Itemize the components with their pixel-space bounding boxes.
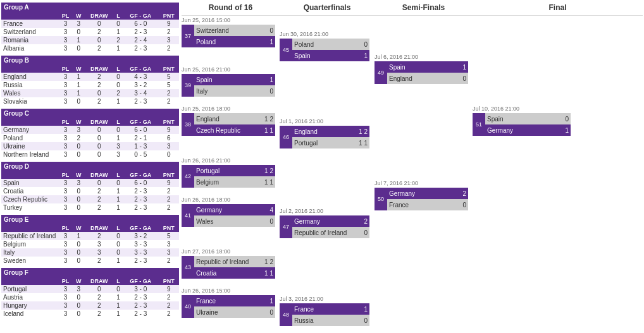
table-row: Slovakia30212 - 32 — [1, 97, 179, 106]
team-score: 2 — [455, 190, 468, 197]
team-name: Germany — [194, 207, 263, 214]
team-name: Italy — [194, 88, 263, 95]
match-42: Jun 26, 2016 21:00 42 Portugal 1 2 Belgi… — [182, 157, 275, 188]
team-score: 0 — [357, 229, 369, 236]
match-date: Jun 25, 2016 21:00 — [182, 66, 275, 73]
team-score: 0 — [263, 27, 275, 34]
match-46: Jul 1, 2016 21:00 46 England 1 2 Portuga… — [280, 118, 369, 148]
team-score: 1 2 — [263, 167, 275, 174]
match-date: Jun 25, 2016 18:00 — [182, 106, 275, 112]
match-date: Jun 30, 2016 21:00 — [280, 31, 369, 37]
team-row: Belgium 1 1 — [194, 176, 275, 188]
match-38: Jun 25, 2016 18:00 38 England 1 2 Czech … — [182, 106, 275, 136]
match-45: Jun 30, 2016 21:00 45 Poland 0 Spain 1 — [280, 31, 369, 61]
team-row: Switzerland 0 — [194, 25, 275, 36]
group-groupa: Group APLWDRAWLGF - GAPNTFrance33006 - 0… — [1, 3, 179, 52]
match-date: Jun 25, 2016 15:00 — [182, 17, 275, 23]
team-name: Russia — [292, 317, 357, 324]
team-row: Republic of Ireland 0 — [292, 227, 369, 238]
table-row: Northern Ireland30030 - 50 — [1, 150, 179, 159]
team-row: Germany 2 — [292, 215, 369, 227]
team-name: Republic of Ireland — [292, 229, 357, 236]
match-number: 51 — [473, 113, 485, 136]
groups-panel: Group APLWDRAWLGF - GAPNTFrance33006 - 0… — [0, 0, 180, 333]
team-score: 1 2 — [263, 258, 275, 265]
team-row: Republic of Ireland 1 2 — [194, 256, 275, 267]
team-row: France 1 — [194, 295, 275, 306]
team-name: France — [194, 298, 263, 305]
table-row: Poland32012 - 16 — [1, 134, 179, 142]
team-name: Spain — [292, 52, 357, 59]
team-name: England — [292, 128, 357, 135]
bracket-body: Jun 25, 2016 15:00 37 Switzerland 0 Pola… — [182, 17, 643, 333]
team-name: Poland — [194, 39, 263, 45]
qf-header: Quarterfinals — [280, 3, 375, 12]
table-row: Austria30212 - 32 — [1, 293, 179, 301]
table-row: England31204 - 35 — [1, 73, 179, 81]
table-row: Spain33006 - 09 — [1, 179, 179, 187]
team-name: France — [292, 306, 357, 313]
match-date: Jul 6, 2016 21:00 — [375, 54, 468, 60]
bracket-panel: Round of 16 Quarterfinals Semi-Finals Fi… — [180, 0, 644, 333]
team-row: England 0 — [387, 73, 468, 84]
team-row: Italy 0 — [194, 85, 275, 97]
team-name: Germany — [387, 190, 455, 197]
team-row: Croatia 1 1 — [194, 267, 275, 279]
table-row: Turkey30212 - 32 — [1, 203, 179, 212]
table-row: France33006 - 09 — [1, 20, 179, 28]
r16-column: Jun 25, 2016 15:00 37 Switzerland 0 Pola… — [182, 17, 280, 333]
team-name: Spain — [485, 116, 558, 123]
table-row: Belgium30303 - 33 — [1, 240, 179, 248]
team-score: 0 — [455, 202, 468, 209]
team-score: 1 — [263, 298, 275, 305]
team-name: Portugal — [194, 167, 263, 174]
team-score: 0 — [263, 309, 275, 316]
sf-column: Jul 6, 2016 21:00 49 Spain 1 England 0 J… — [375, 17, 473, 333]
table-row: Croatia30212 - 32 — [1, 187, 179, 195]
team-name: England — [387, 75, 455, 82]
team-name: Spain — [387, 64, 455, 71]
match-37: Jun 25, 2016 15:00 37 Switzerland 0 Pola… — [182, 17, 275, 47]
group-groupc: Group CPLWDRAWLGF - GAPNTGermany33006 - … — [1, 109, 179, 159]
match-number: 40 — [182, 295, 194, 318]
team-score: 1 — [357, 306, 369, 313]
match-date: Jun 27, 2016 18:00 — [182, 248, 275, 255]
bracket-headers: Round of 16 Quarterfinals Semi-Finals Fi… — [182, 0, 643, 16]
match-number: 49 — [375, 61, 387, 84]
team-score: 0 — [558, 116, 571, 123]
team-name: Spain — [194, 76, 263, 83]
team-name: Germany — [292, 218, 357, 225]
team-name: England — [194, 116, 263, 123]
team-row: England 1 2 — [194, 113, 275, 124]
sf-header: Semi-Finals — [375, 3, 473, 12]
table-row: Republic of Ireland31203 - 25 — [1, 232, 179, 240]
match-number: 46 — [280, 126, 292, 148]
team-row: Spain 0 — [485, 113, 571, 124]
team-score: 1 1 — [357, 140, 369, 147]
match-date: Jul 10, 2016 21:00 — [473, 106, 571, 112]
match-number: 37 — [182, 25, 194, 47]
match-40: Jun 26, 2016 15:00 40 France 1 Ukraine 0 — [182, 288, 275, 318]
team-name: Croatia — [194, 270, 263, 277]
team-score: 4 — [263, 207, 275, 214]
table-row: Ukraine30031 - 33 — [1, 142, 179, 150]
table-row: Iceland30212 - 32 — [1, 310, 179, 318]
team-score: 1 — [263, 76, 275, 83]
team-row: Spain 1 — [194, 74, 275, 85]
team-row: Portugal 1 1 — [292, 137, 369, 148]
match-number: 39 — [182, 74, 194, 97]
team-score: 0 — [263, 218, 275, 225]
team-score: 0 — [357, 317, 369, 324]
table-row: Romania31022 - 43 — [1, 36, 179, 44]
match-50: Jul 7, 2016 21:00 50 Germany 2 France 0 — [375, 180, 468, 210]
r16-header: Round of 16 — [182, 3, 280, 12]
team-name: Portugal — [292, 140, 357, 147]
team-row: England 1 2 — [292, 126, 369, 137]
table-row: Germany33006 - 09 — [1, 126, 179, 134]
match-date: Jul 1, 2016 21:00 — [280, 118, 369, 124]
match-number: 48 — [280, 303, 292, 326]
team-row: Portugal 1 2 — [194, 165, 275, 176]
match-number: 42 — [182, 165, 194, 188]
team-name: Belgium — [194, 179, 263, 186]
team-score: 1 — [263, 39, 275, 45]
